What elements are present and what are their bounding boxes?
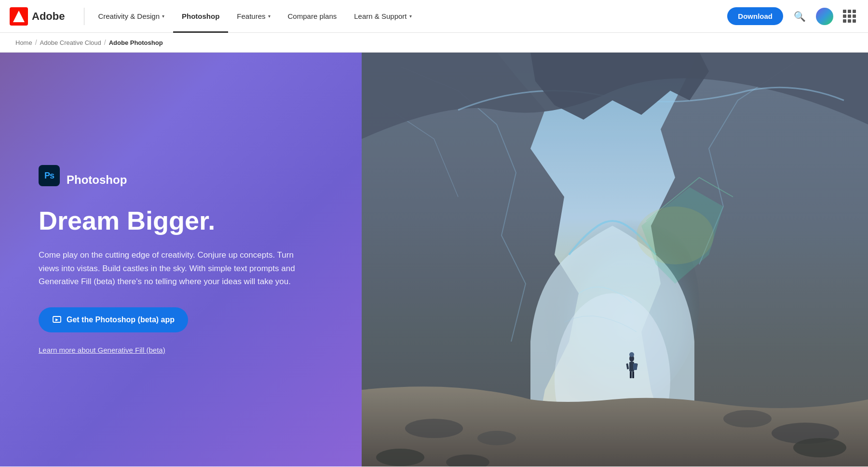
breadcrumb-creative-cloud[interactable]: Adobe Creative Cloud xyxy=(40,39,101,46)
nav-divider xyxy=(84,8,84,25)
nav-item-features[interactable]: Features ▾ xyxy=(228,0,279,33)
app-title-row: Ps Photoshop xyxy=(39,165,323,195)
navbar: Adobe Creativity & Design ▾ Photoshop Fe… xyxy=(0,0,868,33)
nav-item-creativity[interactable]: Creativity & Design ▾ xyxy=(89,0,173,33)
nav-links: Creativity & Design ▾ Photoshop Features… xyxy=(89,0,420,33)
breadcrumb-sep-2: / xyxy=(104,39,106,46)
breadcrumb-current: Adobe Photoshop xyxy=(109,39,163,46)
chevron-down-icon: ▾ xyxy=(409,14,412,19)
adobe-brand-text: Adobe xyxy=(32,10,65,23)
nav-item-learn-support[interactable]: Learn & Support ▾ xyxy=(345,0,420,33)
hero-section: Ps Photoshop Dream Bigger. Come play on … xyxy=(0,53,868,467)
svg-rect-23 xyxy=(362,53,868,467)
nav-item-compare-plans[interactable]: Compare plans xyxy=(279,0,346,33)
get-beta-app-button[interactable]: Get the Photoshop (beta) app xyxy=(39,307,188,332)
search-button[interactable]: 🔍 xyxy=(791,8,808,25)
hero-body-text: Come play on the cutting edge of creativ… xyxy=(39,248,309,288)
hero-right-panel xyxy=(362,53,868,467)
search-icon: 🔍 xyxy=(794,11,806,22)
app-name-label: Photoshop xyxy=(67,173,127,187)
breadcrumb: Home / Adobe Creative Cloud / Adobe Phot… xyxy=(0,33,868,53)
download-button[interactable]: Download xyxy=(727,7,783,25)
beta-app-icon xyxy=(52,315,62,325)
nav-right: Download 🔍 xyxy=(727,7,858,25)
avatar[interactable] xyxy=(816,8,833,25)
nav-item-photoshop[interactable]: Photoshop xyxy=(173,0,228,33)
ice-cave-illustration xyxy=(362,53,868,467)
hero-left-panel: Ps Photoshop Dream Bigger. Come play on … xyxy=(0,53,362,467)
learn-more-link[interactable]: Learn more about Generative Fill (beta) xyxy=(39,346,323,354)
apps-button[interactable] xyxy=(841,8,858,25)
hero-headline: Dream Bigger. xyxy=(39,206,323,235)
grid-apps-icon xyxy=(843,10,856,23)
logo-group[interactable]: Adobe xyxy=(10,7,74,26)
photoshop-app-icon: Ps xyxy=(39,165,60,186)
chevron-down-icon: ▾ xyxy=(268,14,271,19)
breadcrumb-sep-1: / xyxy=(35,39,37,46)
breadcrumb-home[interactable]: Home xyxy=(15,39,32,46)
chevron-down-icon: ▾ xyxy=(162,14,164,19)
adobe-logo-icon xyxy=(10,7,28,26)
